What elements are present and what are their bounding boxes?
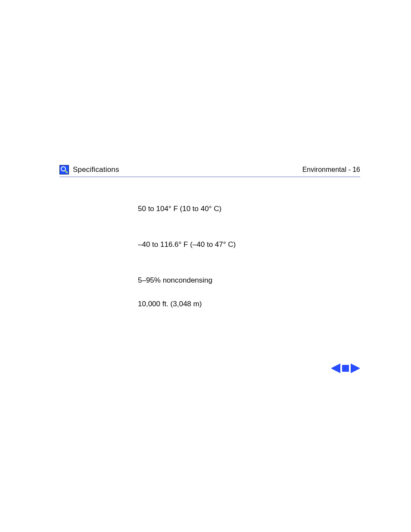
page-header: Specifications Environmental - 16 bbox=[59, 165, 360, 175]
spec-text: 50 to 104° F (10 to 40° C) bbox=[138, 205, 221, 213]
spec-item: 10,000 ft. (3,048 m) bbox=[138, 299, 360, 309]
svg-rect-4 bbox=[342, 365, 349, 372]
section-title: Environmental bbox=[302, 166, 346, 173]
nav-controls bbox=[331, 363, 360, 373]
header-rule bbox=[59, 177, 360, 177]
page-number: 16 bbox=[352, 166, 360, 173]
header-right: Environmental - 16 bbox=[302, 166, 360, 174]
spec-item: 50 to 104° F (10 to 40° C) bbox=[138, 204, 360, 214]
nav-prev-icon bbox=[331, 363, 340, 373]
spec-body: 50 to 104° F (10 to 40° C) –40 to 116.6°… bbox=[138, 204, 360, 335]
svg-marker-3 bbox=[332, 364, 340, 373]
nav-next-icon bbox=[351, 363, 360, 373]
nav-prev-button[interactable] bbox=[331, 363, 340, 373]
chapter-title: Specifications bbox=[73, 165, 119, 174]
spec-text: 10,000 ft. (3,048 m) bbox=[138, 300, 202, 308]
header-left: Specifications bbox=[59, 165, 119, 174]
nav-stop-icon bbox=[342, 364, 349, 372]
spec-text: 5–95% noncondensing bbox=[138, 276, 212, 284]
spec-item: –40 to 116.6° F (–40 to 47° C) bbox=[138, 240, 360, 250]
svg-marker-5 bbox=[351, 364, 359, 373]
spec-item: 5–95% noncondensing bbox=[138, 276, 360, 286]
spec-text: –40 to 116.6° F (–40 to 47° C) bbox=[138, 240, 236, 249]
nav-next-button[interactable] bbox=[351, 363, 360, 373]
page-sep: - bbox=[348, 166, 352, 173]
tool-loupe-icon bbox=[59, 165, 69, 174]
nav-stop-button[interactable] bbox=[342, 364, 349, 372]
